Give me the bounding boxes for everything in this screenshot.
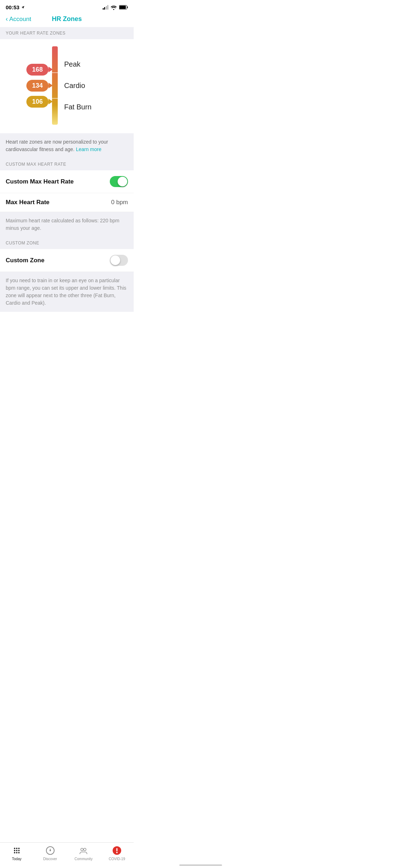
custom-zone-row: Custom Zone — [0, 249, 134, 272]
custom-max-hr-toggle[interactable] — [110, 176, 128, 187]
wifi-icon — [110, 5, 117, 10]
zone-badge-cardio: 134 — [26, 80, 48, 92]
max-rate-info-text: Maximum heart rate calculated as follows… — [6, 218, 119, 231]
main-content: YOUR HEART RATE ZONES 168 134 106 Peak C… — [0, 27, 134, 344]
zone-label-cardio: Cardio — [64, 82, 92, 90]
max-hr-row[interactable]: Max Heart Rate 0 bpm — [0, 193, 134, 212]
zone-divider-bottom — [52, 98, 58, 99]
status-icons — [103, 5, 128, 10]
location-icon — [21, 5, 25, 10]
status-bar: 00:53 — [0, 0, 134, 12]
custom-zone-section-header: CUSTOM ZONE — [0, 237, 134, 249]
chevron-left-icon: ‹ — [6, 15, 8, 23]
back-button[interactable]: ‹ Account — [6, 15, 31, 23]
learn-more-link[interactable]: Learn more — [76, 146, 102, 152]
back-label: Account — [9, 16, 31, 23]
custom-zone-label: Custom Zone — [6, 257, 45, 264]
page-title: HR Zones — [52, 15, 82, 23]
signal-bars — [103, 5, 109, 10]
zone-divider-top — [52, 72, 58, 73]
zone-label-peak: Peak — [64, 60, 92, 68]
custom-max-section-header: CUSTOM MAX HEART RATE — [0, 158, 134, 170]
status-time: 00:53 — [6, 4, 25, 10]
zone-badge-peak: 168 — [26, 64, 48, 76]
custom-zone-toggle-knob — [110, 255, 120, 265]
zones-bar-container — [52, 46, 58, 125]
zones-labels: Peak Cardio Fat Burn — [64, 46, 92, 125]
toggle-knob — [118, 177, 127, 186]
zone-label-fatburn: Fat Burn — [64, 103, 92, 111]
nav-header: ‹ Account HR Zones — [0, 12, 134, 27]
zones-badges: 168 134 106 — [6, 62, 48, 110]
svg-rect-1 — [127, 6, 128, 8]
hr-zones-section-header: YOUR HEART RATE ZONES — [0, 27, 134, 39]
max-hr-label: Max Heart Rate — [6, 199, 50, 206]
max-hr-value: 0 bpm — [111, 199, 128, 206]
zones-bar — [52, 46, 58, 125]
custom-zone-info-text: If you need to train in or keep an eye o… — [6, 278, 126, 306]
custom-max-hr-row: Custom Max Heart Rate — [0, 170, 134, 193]
hr-zones-visual: 168 134 106 Peak Cardio Fat Burn — [0, 39, 134, 133]
hr-zones-info: Heart rate zones are now personalized to… — [0, 133, 134, 158]
custom-max-hr-label: Custom Max Heart Rate — [6, 178, 74, 185]
battery-icon — [119, 5, 128, 10]
custom-zone-toggle[interactable] — [110, 255, 128, 266]
custom-zone-info: If you need to train in or keep an eye o… — [0, 272, 134, 312]
zone-badge-fatburn: 106 — [26, 96, 48, 108]
svg-rect-2 — [119, 6, 126, 9]
max-rate-info: Maximum heart rate calculated as follows… — [0, 212, 134, 237]
